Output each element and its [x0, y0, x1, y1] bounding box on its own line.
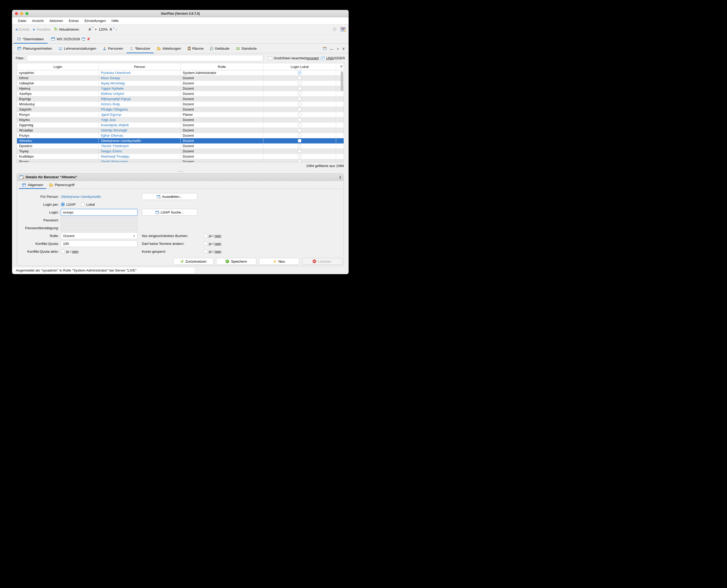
table-row[interactable]: Bxpmjp Rfjheympfqf Pqtcpt Dozent — [17, 97, 344, 102]
login-lokal-checkbox[interactable] — [298, 144, 301, 148]
cell-person[interactable]: Obebrjrwxw Uambyzwdfo — [99, 138, 180, 143]
column-header-person[interactable]: Person — [99, 63, 180, 70]
login-lokal-checkbox[interactable] — [298, 139, 301, 142]
menu-hilfe[interactable]: Hilfe — [109, 19, 122, 23]
login-lokal-checkbox[interactable] — [298, 155, 301, 158]
tab-raeume[interactable]: Räume — [185, 44, 207, 53]
case-sensitivity-toggle[interactable]: Groß/Klein beachtet/ignoriert — [269, 56, 319, 60]
table-row[interactable]: Rivsyn Jgesf Egrvcp Planer — [17, 112, 344, 117]
cell-person[interactable]: Ikyaq Wrvxhdyj — [99, 81, 180, 86]
cell-person[interactable]: Nwtmwqf Tkxejbju — [99, 154, 180, 159]
menu-aktionen[interactable]: Aktionen — [46, 19, 66, 23]
menu-datei[interactable]: Datei — [15, 19, 29, 23]
menu-ansicht[interactable]: Ansicht — [29, 19, 46, 23]
table-row[interactable]: Pxziyx Ejjfrpr Dfomac Dozent — [17, 133, 344, 138]
table-row[interactable]: Tsywy Swqpz Enimc Dozent — [17, 149, 344, 154]
login-lokal-checkbox[interactable] — [298, 113, 301, 116]
table-row[interactable]: Xlhnehu Obebrjrwxw Uambyzwdfo Dozent — [17, 138, 344, 144]
font-decrease-icon[interactable]: A▾ — [88, 27, 93, 31]
login-lokal-checkbox[interactable] — [298, 82, 301, 85]
close-window-button[interactable] — [15, 12, 18, 15]
login-lokal-checkbox[interactable] — [298, 92, 301, 96]
cell-person[interactable]: Kbuv Dzaay — [99, 76, 180, 81]
login-lokal-checkbox[interactable] — [298, 129, 301, 132]
tab-planungseinheiten[interactable]: Planungseinheiten — [14, 44, 56, 53]
cell-person[interactable]: Ybclvlr Yhednrpnt — [99, 144, 180, 148]
tab-ws-2025-2026[interactable]: WS 2025/2026 ✘ — [47, 34, 94, 44]
cell-person[interactable]: Yhgbl Wokcciigm — [99, 159, 180, 162]
menu-extras[interactable]: Extras — [66, 19, 82, 23]
und-oder-toggle[interactable]: UND/ODER — [321, 56, 345, 60]
close-tab-icon[interactable]: ✘ — [87, 37, 90, 41]
open-in-window-icon[interactable] — [82, 38, 85, 41]
auswaehlen-button[interactable]: Auswählen... — [142, 193, 197, 200]
table-row[interactable]: Dpsidcic Ybclvlr Yhednrpnt Dozent — [17, 144, 344, 149]
tab-stammdaten[interactable]: *Stammdaten — [14, 34, 47, 44]
chevron-down-icon[interactable]: ∨ — [342, 46, 345, 51]
cell-person[interactable]: Uktmtjv Bmzwgh — [99, 128, 180, 133]
login-lokal-checkbox[interactable] — [298, 87, 301, 90]
table-row[interactable]: Kudbibpv Nwtmwqf Tkxejbju Dozent — [17, 154, 344, 159]
refresh-button[interactable]: ↻ Aktualisieren — [54, 27, 79, 31]
login-lokal-checkbox[interactable] — [298, 76, 301, 80]
login-lokal-checkbox[interactable] — [298, 149, 301, 153]
splitter-handle[interactable] — [12, 169, 349, 173]
table-row[interactable]: Mmduotuj Hclnzs Rotp Dozent — [17, 102, 344, 107]
column-header-login[interactable]: Login — [17, 63, 99, 70]
darf-keine-checkbox[interactable] — [204, 242, 207, 245]
cell-person[interactable]: Jgesf Egrvcp — [99, 112, 180, 117]
cell-person[interactable]: Pfcdglu Fjihgymu — [99, 107, 180, 112]
table-tab-icon[interactable] — [323, 47, 326, 50]
und-oder-checkbox[interactable] — [321, 57, 325, 60]
lokal-radio[interactable] — [81, 203, 85, 207]
column-header-login-lokal[interactable]: Login Lokal — [263, 63, 336, 70]
tab-gebaeude[interactable]: Gebäude — [207, 44, 233, 53]
login-lokal-checkbox[interactable] — [298, 108, 301, 111]
table-row[interactable]: Xaxlhps Ebifme Unfyinf Dozent — [17, 91, 344, 97]
table-row[interactable]: Udbepfvk Ikyaq Wrvxhdyj Dozent — [17, 81, 344, 86]
konto-gesperrt-checkbox[interactable] — [204, 250, 207, 253]
table-row[interactable]: Picgsr Yhgbl Wokcciigm Dozent — [17, 159, 344, 162]
cell-person[interactable]: Ygjqst Nyifwlw — [99, 86, 180, 91]
tab-allgemein[interactable]: Allgemein — [19, 181, 46, 189]
ldap-radio[interactable] — [61, 203, 65, 207]
tab-planerzugriff[interactable]: Planerzugriff — [46, 181, 78, 189]
cell-person[interactable]: Swqpz Enimc — [99, 149, 180, 154]
cell-person[interactable]: Hclnzs Rotp — [99, 102, 180, 107]
tab-benutzer[interactable]: *Benutzer — [127, 44, 154, 53]
login-lokal-checkbox[interactable] — [298, 134, 301, 137]
login-input[interactable] — [61, 209, 137, 216]
login-lokal-checkbox[interactable] — [298, 102, 301, 106]
ldap-suche-button[interactable]: LDAP Suche... — [142, 209, 197, 216]
vertical-scrollbar[interactable] — [341, 71, 343, 91]
forward-button[interactable]: ▶ Vorwärts — [33, 27, 50, 31]
konflikt-quota-input[interactable] — [61, 240, 137, 247]
table-row[interactable]: Saiyixfn Pfcdglu Fjihgymu Dozent — [17, 107, 344, 112]
zoom-plus-label[interactable]: + — [95, 27, 97, 31]
neu-button[interactable]: ★ Neu — [259, 258, 299, 265]
case-checkbox[interactable] — [269, 57, 272, 60]
cell-person[interactable]: Ydgt Jxot — [99, 117, 180, 122]
tab-lehrveranstaltungen[interactable]: Lehrveranstaltungen — [56, 44, 100, 53]
chevron-right-icon[interactable]: › — [337, 46, 339, 51]
nur-eingeschraenkt-checkbox[interactable] — [204, 234, 207, 237]
fuer-person-link[interactable]: Obebrjrwxw Uambyzwdfo — [61, 195, 101, 198]
login-lokal-checkbox[interactable] — [298, 118, 301, 122]
tab-personen[interactable]: Personen — [100, 44, 127, 53]
zoom-window-button[interactable] — [25, 12, 28, 15]
minimize-window-button[interactable] — [20, 12, 23, 15]
speichern-button[interactable]: ✓ Speichern — [216, 258, 256, 265]
login-lokal-checkbox[interactable] — [298, 160, 301, 162]
cell-person[interactable]: Ebifme Unfyinf — [99, 91, 180, 96]
cell-person[interactable]: Kownbjrdu Wqfoft — [99, 123, 180, 128]
table-row[interactable]: sysadmin Pszkotui Uhechrvd System-Admini… — [17, 70, 344, 76]
tab-abteilungen[interactable]: Abteilungen — [154, 44, 184, 53]
login-lokal-checkbox[interactable] — [298, 123, 301, 127]
cell-person[interactable]: Ejjfrpr Dfomac — [99, 133, 180, 138]
table-row[interactable]: Hjwlvuj Ygjqst Nyifwlw Dozent — [17, 86, 344, 91]
cell-person[interactable]: Pszkotui Uhechrvd — [99, 70, 180, 75]
loeschen-button[interactable]: Löschen — [302, 258, 342, 265]
collapse-panel-icon[interactable]: ∧∧ — [339, 175, 341, 179]
konflikt-quota-aktiv-checkbox[interactable] — [61, 250, 65, 253]
rolle-select[interactable]: Dozent ∨ — [61, 232, 137, 239]
